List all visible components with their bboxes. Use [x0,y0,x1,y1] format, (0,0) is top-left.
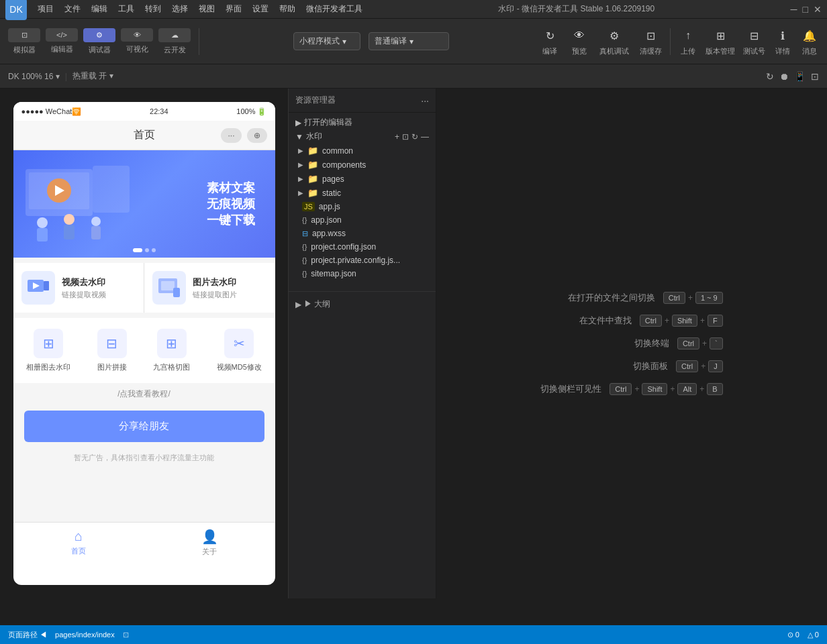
debugger-button[interactable]: ⚙ [83,28,115,42]
menu-item-select[interactable]: 选择 [172,3,188,15]
explorer-more-icon[interactable]: ··· [421,95,429,106]
toolbar: ⊡ 模拟器 </> 编辑器 ⚙ 调试器 👁 可视化 ☁ 云开发 小程序模式 ▾ [0,19,827,64]
page-path-copy-icon[interactable]: ⊡ [123,631,129,639]
debugger-icon: ⚙ [96,31,103,40]
file-sitemap[interactable]: {} sitemap.json [289,267,436,280]
shortcut-toggle-panel: 切换面板 Ctrl + J [540,360,722,372]
file-projectconfig[interactable]: {} project.config.json [289,240,436,254]
feature-image-title: 图片去水印 [193,276,237,288]
upload-icon[interactable]: ↑ [679,26,697,45]
mode-label: 小程序模式 [299,36,340,47]
hotreload[interactable]: 热重载 开 ▾ [72,70,113,82]
action-buttons: ↻ 编译 👁 预览 ⚙ 真机调试 ⊡ 清缓存 [540,26,662,56]
editor-button[interactable]: </> [46,28,78,42]
separator-2 [670,28,671,55]
file-appwxss[interactable]: ⊟ app.wxss [289,227,436,240]
svg-point-9 [91,217,101,226]
feature-video[interactable]: 视频去水印 链接提取视频 [13,263,144,313]
editor-label: 编辑器 [51,44,73,54]
simulator-button[interactable]: ⊡ [8,28,40,42]
tab-about[interactable]: 👤 关于 [144,523,275,562]
feature-image-info: 图片去水印 链接提取图片 [193,276,237,300]
menu-item-project[interactable]: 项目 [38,3,54,15]
menu-item-settings[interactable]: 设置 [252,3,269,15]
maximize-icon[interactable]: □ [803,4,808,15]
clear-icon[interactable]: ⊡ [642,26,661,45]
projectconfig-icon: {} [302,243,307,251]
close-icon[interactable]: ✕ [814,4,822,15]
add-folder-icon[interactable]: ⊡ [402,132,409,142]
banner: 素材文案 无痕视频 一键下载 [13,150,275,258]
phone-tabbar: ⌂ 首页 👤 关于 [13,522,275,562]
nav-plus[interactable]: ⊕ [247,128,267,143]
version-icon[interactable]: ⊞ [711,26,730,45]
compile-selector[interactable]: 普通编译 ▾ [369,32,449,50]
menu-item-edit[interactable]: 编辑 [91,3,107,15]
folder-common[interactable]: ▶ 📁 common [289,144,436,158]
tool-album[interactable]: ⊞ 相册图去水印 [26,329,70,372]
shortcut-terminal-keys: Ctrl + ` [677,337,723,350]
collapse-icon[interactable]: — [421,132,429,142]
minimize-icon[interactable]: ─ [791,4,797,15]
simulator-btn-group: ⊡ 模拟器 [8,28,40,55]
phone-icon[interactable]: 📱 [794,71,806,82]
refresh-tree-icon[interactable]: ↻ [411,132,418,142]
menu-item-goto[interactable]: 转到 [145,3,161,15]
record-icon[interactable]: ⏺ [779,71,789,82]
folder-components[interactable]: ▶ 📁 components [289,158,436,172]
project-label: 水印 [306,131,322,142]
dk-info[interactable]: DK 100% 16 ▾ [8,72,60,81]
menu-item-interface[interactable]: 界面 [226,3,242,15]
shortcut-terminal-desc: 切换终端 [634,337,669,350]
file-appjson[interactable]: {} app.json [289,213,436,227]
compile-icon[interactable]: ↻ [540,26,559,45]
window-icon[interactable]: ⊡ [811,71,819,82]
tool-md5[interactable]: ✂ 视频MD5修改 [217,329,262,372]
tool-grid[interactable]: ⊞ 九宫格切图 [153,329,190,372]
tab-home[interactable]: ⌂ 首页 [13,523,144,562]
message-icon[interactable]: 🔔 [800,26,819,45]
shortcuts-table: 在打开的文件之间切换 Ctrl + 1 ~ 9 在文件中查找 Ctrl + Sh… [540,292,722,395]
project-section[interactable]: ▼ 水印 + ⊡ ↻ — [289,129,436,144]
add-file-icon[interactable]: + [395,132,399,142]
feature-image[interactable]: 图片去水印 链接提取图片 [144,263,275,313]
menu-item-wechat[interactable]: 微信开发者工具 [306,3,362,15]
details-icon[interactable]: ℹ [773,26,792,45]
details-btn-group: ℹ 详情 [773,26,792,56]
mode-selector[interactable]: 小程序模式 ▾ [293,32,360,50]
simulator-panel: ●●●●● WeChat🛜 22:34 100% 🔋 首页 ··· ⊕ [0,89,289,598]
tutorial-link[interactable]: /点我查看教程/ [13,383,275,405]
page-path[interactable]: pages/index/index [55,631,115,639]
menu-item-file[interactable]: 文件 [64,3,81,15]
folder-static[interactable]: ▶ 📁 static [289,186,436,200]
phone-status-bar: ●●●●● WeChat🛜 22:34 100% 🔋 [13,102,275,121]
folder-pages[interactable]: ▶ 📁 pages [289,172,436,186]
tool-collage[interactable]: ⊟ 图片拼接 [97,329,127,372]
key-shift: Shift [672,315,697,327]
file-appjs[interactable]: JS app.js [289,200,436,213]
menu-item-help[interactable]: 帮助 [279,3,295,15]
explorer-actions: ··· [421,95,429,106]
file-projectprivate[interactable]: {} project.private.config.js... [289,254,436,267]
test-icon[interactable]: ⊟ [745,26,764,45]
feature-video-icon [21,271,55,305]
outline-section[interactable]: ▶ ▶ 大纲 [289,297,436,311]
visualize-button[interactable]: 👁 [121,28,153,42]
menu-item-view[interactable]: 视图 [199,3,215,15]
menu-bar: DK 项目 文件 编辑 工具 转到 选择 视图 界面 设置 帮助 微信开发者工具… [0,0,827,19]
open-editors-section[interactable]: ▶ 打开的编辑器 [289,115,436,129]
key-ctrl-4: Ctrl [676,360,698,372]
cloud-button[interactable]: ☁ [158,28,191,42]
preview-icon[interactable]: 👁 [570,26,589,45]
share-button[interactable]: 分享给朋友 [24,411,264,442]
nav-dots[interactable]: ··· [221,128,241,143]
banner-illustration [19,156,140,250]
realtime-icon[interactable]: ⚙ [605,26,624,45]
feature-video-title: 视频去水印 [62,276,106,288]
folder-components-label: components [322,160,366,170]
refresh-icon[interactable]: ↻ [766,71,774,82]
compile-btn-label: 编译 [542,46,557,56]
message-btn-group: 🔔 消息 [800,26,819,56]
shortcut-toggle-terminal: 切换终端 Ctrl + ` [540,337,722,350]
menu-item-tools[interactable]: 工具 [118,3,134,15]
